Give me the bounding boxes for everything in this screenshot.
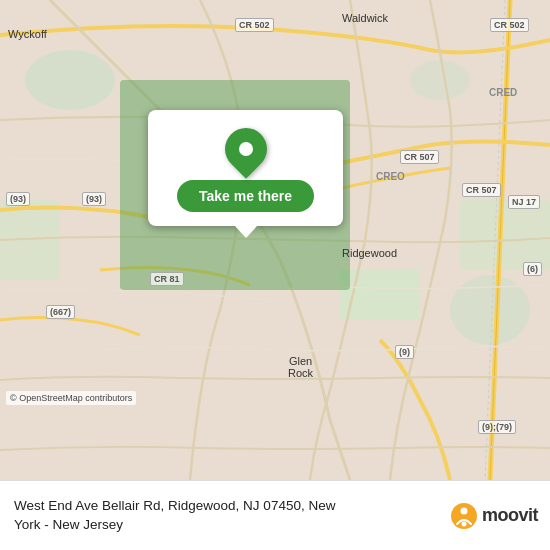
map-callout: Take me there <box>148 110 343 226</box>
town-label-glen-rock: Glen Rock <box>288 355 313 379</box>
road-label-cr502-nw: CR 502 <box>235 18 274 32</box>
road-label-cr507-e: CR 507 <box>400 150 439 164</box>
osm-attribution: © OpenStreetMap contributors <box>6 391 136 405</box>
road-label-6: (6) <box>523 262 542 276</box>
road-label-667: (667) <box>46 305 75 319</box>
town-label-cred: CRED <box>489 87 517 98</box>
town-label-wyckoff: Wyckoff <box>8 28 47 40</box>
road-label-93-w: (93) <box>6 192 30 206</box>
town-label-waldwick: Waldwick <box>342 12 388 24</box>
road-label-9: (9) <box>395 345 414 359</box>
road-label-nj17: NJ 17 <box>508 195 540 209</box>
location-pin <box>216 119 275 178</box>
take-me-there-button[interactable]: Take me there <box>177 180 314 212</box>
svg-point-11 <box>461 521 466 526</box>
svg-point-2 <box>410 60 470 100</box>
road-label-cr502-ne: CR 502 <box>490 18 529 32</box>
map-container: Take me there CR 502 CR 502 CR 507 CR 50… <box>0 0 550 480</box>
address-line2: York - New Jersey <box>14 517 123 532</box>
address-line1: West End Ave Bellair Rd, Ridgewood, NJ 0… <box>14 498 335 513</box>
town-label-ridgewood: Ridgewood <box>342 247 397 259</box>
svg-rect-5 <box>460 200 550 270</box>
pin-center <box>239 142 253 156</box>
road-label-cr81: CR 81 <box>150 272 184 286</box>
road-label-cr507-ne: CR 507 <box>462 183 501 197</box>
svg-point-10 <box>460 507 467 514</box>
road-label-93-c: (93) <box>82 192 106 206</box>
town-label-creo: CREO <box>376 171 405 182</box>
bottom-bar: West End Ave Bellair Rd, Ridgewood, NJ 0… <box>0 480 550 550</box>
moovit-brand-text: moovit <box>482 505 538 526</box>
moovit-icon <box>450 502 478 530</box>
moovit-logo: moovit <box>450 502 538 530</box>
address-text: West End Ave Bellair Rd, Ridgewood, NJ 0… <box>14 497 440 535</box>
svg-point-0 <box>25 50 115 110</box>
road-label-9-79: (9);(79) <box>478 420 516 434</box>
